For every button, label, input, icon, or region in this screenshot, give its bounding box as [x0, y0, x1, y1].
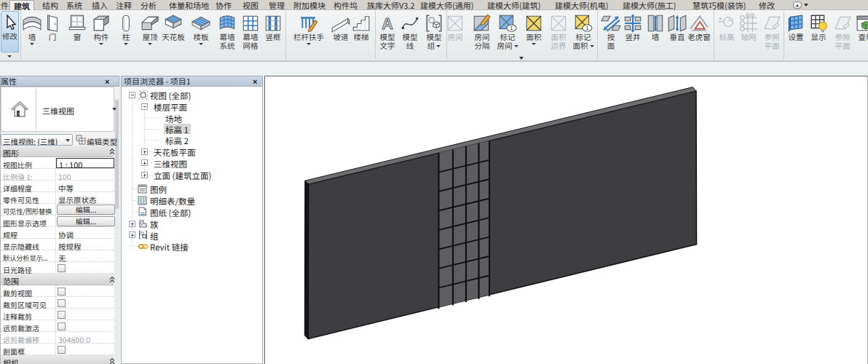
svg-text:1: 1	[510, 25, 513, 31]
svg-text:A: A	[382, 15, 393, 33]
svg-text:1: 1	[585, 25, 588, 31]
